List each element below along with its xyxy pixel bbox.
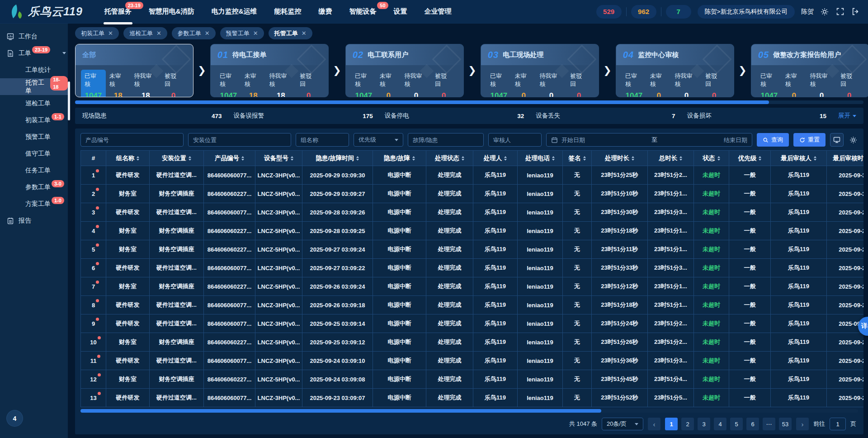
column-header-产品编号[interactable]: 产品编号 — [204, 151, 255, 166]
sidebar-item-方案工单[interactable]: 方案工单1-0 — [0, 195, 68, 212]
table-scrollbar-thumb[interactable] — [80, 409, 601, 413]
table-row[interactable]: 13硬件研发硬件过道空调...864606060077...LNCZ-3HP(v… — [81, 389, 864, 407]
close-icon[interactable]: ✕ — [253, 30, 258, 36]
close-icon[interactable]: ✕ — [205, 30, 210, 36]
page-button-4[interactable]: 4 — [714, 418, 726, 430]
sidebar-item-值守工单[interactable]: 值守工单 — [0, 145, 68, 162]
column-header-隐患/故障[interactable]: 隐患/故障 — [373, 151, 426, 166]
nav-item-能耗监控[interactable]: 能耗监控 — [274, 0, 302, 23]
workflow-card-04[interactable]: 04监控中心审核已审核1047未审核0待我审核0被驳回0 — [616, 44, 734, 97]
goto-page-input[interactable] — [830, 418, 846, 430]
table-row[interactable]: 3硬件研发硬件过道空调...864606060077...LNCZ-3HP(v0… — [81, 203, 864, 222]
table-row[interactable]: 2财务室财务空调插座864606060227...LNCZ-5HP(v0...2… — [81, 185, 864, 203]
tab-chip-预警工单[interactable]: 预警工单✕ — [220, 27, 264, 39]
nav-item-企业管理[interactable]: 企业管理 — [425, 0, 452, 23]
column-header-安装位置[interactable]: 安装位置 — [150, 151, 204, 166]
nav-item-智慧用电&消防[interactable]: 智慧用电&消防 — [149, 0, 194, 23]
column-header-最后审核时间[interactable]: 最后审核时间 — [827, 151, 864, 166]
nav-item-智能设备[interactable]: 智能设备50 — [349, 0, 377, 23]
close-icon[interactable]: ✕ — [302, 30, 307, 36]
nav-item-托管服务[interactable]: 托管服务23-19 — [104, 0, 132, 23]
expand-link[interactable]: 展开 — [838, 112, 856, 120]
group-name-input[interactable] — [296, 133, 349, 147]
column-settings-gear-icon[interactable] — [848, 133, 858, 147]
sidebar-item-参数工单[interactable]: 参数工单3-0 — [0, 179, 68, 195]
tab-chip-巡检工单[interactable]: 巡检工单✕ — [123, 27, 167, 39]
product-no-input[interactable] — [80, 133, 184, 147]
company-selector[interactable]: 陈贺>新北京乐鸟科技有限公司 — [698, 5, 795, 19]
logout-icon[interactable] — [851, 7, 860, 16]
column-header-处理时长[interactable]: 处理时长 — [592, 151, 648, 166]
workflow-card-05[interactable]: 05做整改方案报告给用户已审核1047未审核0待我审核0被驳回0 — [751, 44, 868, 97]
export-display-button[interactable] — [830, 133, 844, 147]
close-icon[interactable]: ✕ — [156, 30, 161, 36]
table-scrollbar[interactable] — [80, 409, 858, 413]
tab-chip-参数工单[interactable]: 参数工单✕ — [172, 27, 216, 39]
column-header-处理电话[interactable]: 处理电话 — [518, 151, 563, 166]
sidebar-item-任务工单[interactable]: 任务工单 — [0, 162, 68, 179]
column-header-签名[interactable]: 签名 — [563, 151, 592, 166]
table-row[interactable]: 9硬件研发硬件过道空调...864606060077...LNCZ-3HP(v0… — [81, 314, 864, 333]
sidebar-item-巡检工单[interactable]: 巡检工单 — [0, 95, 68, 112]
fullscreen-icon[interactable] — [835, 7, 844, 16]
sidebar-collapse-badge[interactable]: 4 — [7, 410, 23, 426]
priority-select[interactable]: 优先级 — [354, 133, 403, 147]
cards-scrollbar[interactable] — [75, 100, 863, 104]
nav-item-设置[interactable]: 设置 — [394, 0, 407, 23]
tab-chip-初装工单[interactable]: 初装工单✕ — [75, 27, 119, 39]
table-row[interactable]: 6硬件研发硬件过道空调...864606060077...LNCZ-3HP(v0… — [81, 259, 864, 277]
nav-item-缴费[interactable]: 缴费 — [319, 0, 332, 23]
page-button-2[interactable]: 2 — [681, 418, 694, 430]
workflow-card-全部[interactable]: 全部已审核1047未审核18待我审核18被驳回0 — [75, 44, 193, 97]
table-row[interactable]: 10财务室财务空调插座864606060227...LNCZ-5HP(v0...… — [81, 333, 864, 352]
alarm-counter[interactable]: 7 — [666, 5, 691, 19]
brand[interactable]: 乐鸟云119 — [8, 4, 83, 20]
end-date-input[interactable] — [661, 137, 747, 143]
table-row[interactable]: 12财务室财务空调插座864606060227...LNCZ-5HP(v0...… — [81, 370, 864, 389]
column-header-设备型号[interactable]: 设备型号 — [255, 151, 302, 166]
nav-item-电力监控&运维[interactable]: 电力监控&运维 — [212, 0, 257, 23]
table-row[interactable]: 4财务室财务空调插座864606060227...LNCZ-5HP(v0...2… — [81, 222, 864, 240]
sidebar-item-托管工单[interactable]: 托管工单18-18 — [0, 78, 68, 95]
page-button-53[interactable]: 53 — [779, 418, 792, 430]
table-row[interactable]: 7财务室财务空调插座864606060227...LNCZ-5HP(v0...2… — [81, 277, 864, 296]
start-date-input[interactable] — [561, 137, 648, 143]
workflow-card-03[interactable]: 03电工现场处理已审核1047未审核0待我审核0被驳回0 — [481, 44, 599, 97]
table-row[interactable]: 11硬件研发硬件过道空调...864606060077...LNCZ-3HP(v… — [81, 352, 864, 370]
page-size-select[interactable]: 20条/页 — [602, 418, 643, 430]
fault-input[interactable] — [408, 133, 484, 147]
column-header-优先级[interactable]: 优先级 — [729, 151, 771, 166]
table-row[interactable]: 1硬件研发硬件过道空调...864606060077...LNCZ-3HP(v0… — [81, 166, 864, 185]
table-row[interactable]: 8硬件研发硬件过道空调...864606060077...LNCZ-3HP(v0… — [81, 296, 864, 314]
current-user[interactable]: 陈贺 — [801, 8, 814, 16]
column-header-处理状态[interactable]: 处理状态 — [426, 151, 473, 166]
sidebar-item-工作台[interactable]: 工作台 — [0, 28, 68, 45]
tab-chip-托管工单[interactable]: 托管工单✕ — [269, 27, 312, 39]
column-header-组名称[interactable]: 组名称 — [106, 151, 150, 166]
reset-button[interactable]: 重置 — [793, 133, 826, 147]
column-header-处理人[interactable]: 处理人 — [473, 151, 518, 166]
sidebar-item-预警工单[interactable]: 预警工单 — [0, 129, 68, 145]
location-input[interactable] — [188, 133, 291, 147]
sidebar-item-初装工单[interactable]: 初装工单1-1 — [0, 112, 68, 129]
sidebar-item-报告[interactable]: 报告 — [0, 212, 68, 229]
prev-page-button[interactable]: ‹ — [648, 418, 660, 430]
auditor-input[interactable] — [488, 133, 542, 147]
page-button-5[interactable]: 5 — [730, 418, 743, 430]
column-header-状态[interactable]: 状态 — [694, 151, 729, 166]
page-ellipsis[interactable]: ⋯ — [763, 418, 775, 430]
page-button-3[interactable]: 3 — [698, 418, 710, 430]
workflow-card-02[interactable]: 02电工联系用户已审核1047未审核0待我审核0被驳回0 — [345, 44, 464, 97]
table-row[interactable]: 5财务室财务空调插座864606060227...LNCZ-5HP(v0...2… — [81, 240, 864, 259]
alarm-counter[interactable]: 529 — [596, 5, 622, 19]
column-header-最后审核人[interactable]: 最后审核人 — [771, 151, 827, 166]
column-header-隐患/故障时间[interactable]: 隐患/故障时间 — [302, 151, 373, 166]
page-button-6[interactable]: 6 — [746, 418, 759, 430]
page-button-1[interactable]: 1 — [665, 418, 678, 430]
workflow-card-01[interactable]: 01待电工接单已审核1047未审核18待我审核18被驳回0 — [210, 44, 329, 97]
date-range-picker[interactable]: 至 — [546, 133, 752, 147]
cards-scrollbar-thumb[interactable] — [75, 100, 769, 104]
sidebar-item-工单[interactable]: 工单23-19 — [0, 45, 68, 62]
panel-resize-handle[interactable] — [68, 81, 70, 120]
next-page-button[interactable]: › — [796, 418, 809, 430]
